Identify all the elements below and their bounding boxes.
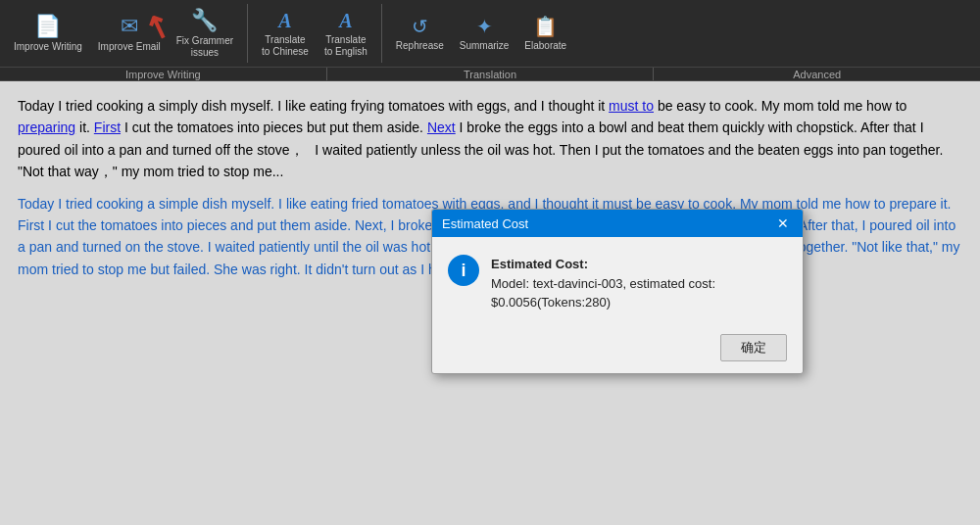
translate-english-label: Translateto English [324, 34, 368, 58]
translate-english-button[interactable]: A Translateto English [318, 6, 373, 62]
improve-email-label: Improve Email [98, 41, 161, 53]
toolbar-top: 📄 Improve Writing ✉ Improve Email 🔧 Fix … [0, 0, 980, 67]
dialog-overlay: Estimated Cost ✕ i Estimated Cost: Model… [0, 81, 980, 525]
toolbar: 📄 Improve Writing ✉ Improve Email 🔧 Fix … [0, 0, 980, 81]
translate-chinese-button[interactable]: A Translateto Chinese [256, 6, 315, 62]
improve-writing-section-label: Improve Writing [0, 68, 327, 80]
dialog-info-icon: i [448, 255, 479, 286]
elaborate-button[interactable]: 📋 Elaborate [518, 11, 572, 56]
translate-english-icon: A [339, 10, 352, 32]
dialog-body-detail: Model: text-davinci-003, estimated cost:… [491, 274, 787, 312]
rephrase-button[interactable]: ↺ Rephrease [390, 11, 450, 56]
improve-writing-label: Improve Writing [14, 41, 82, 53]
dialog-ok-button[interactable]: 确定 [720, 334, 787, 361]
translation-section-label: Translation [327, 68, 655, 80]
dialog-footer: 确定 [432, 326, 803, 373]
main-content: Today I tried cooking a simply dish myse… [0, 81, 980, 525]
advanced-group: ↺ Rephrease ✦ Summarize 📋 Elaborate [382, 4, 580, 63]
dialog-titlebar: Estimated Cost ✕ [432, 210, 803, 237]
translation-group: A Translateto Chinese A Translateto Engl… [248, 4, 382, 63]
elaborate-icon: 📋 [533, 15, 558, 38]
dialog-body-label: Estimated Cost: [491, 255, 787, 274]
toolbar-bottom: Improve Writing Translation Advanced [0, 67, 980, 80]
fix-grammar-button[interactable]: 🔧 Fix Grammerissues [171, 4, 239, 63]
advanced-section-label: Advanced [654, 68, 980, 80]
translate-chinese-label: Translateto Chinese [262, 34, 309, 58]
elaborate-label: Elaborate [524, 40, 566, 52]
summarize-label: Summarize [460, 40, 510, 52]
fix-grammar-label: Fix Grammerissues [176, 35, 233, 59]
improve-email-button[interactable]: ✉ Improve Email [92, 10, 167, 57]
translate-chinese-icon: A [278, 10, 291, 32]
estimated-cost-dialog: Estimated Cost ✕ i Estimated Cost: Model… [431, 209, 804, 374]
summarize-icon: ✦ [476, 15, 493, 38]
dialog-title: Estimated Cost [442, 216, 528, 231]
improve-writing-button[interactable]: 📄 Improve Writing [8, 10, 88, 57]
summarize-button[interactable]: ✦ Summarize [454, 11, 515, 56]
rephrase-label: Rephrease [396, 40, 444, 52]
fix-grammar-icon: 🔧 [191, 8, 218, 33]
dialog-body: i Estimated Cost: Model: text-davinci-00… [432, 237, 803, 326]
improve-writing-icon: 📄 [34, 14, 61, 39]
dialog-close-button[interactable]: ✕ [773, 215, 793, 231]
dialog-body-text: Estimated Cost: Model: text-davinci-003,… [491, 255, 787, 312]
rephrase-icon: ↺ [412, 15, 428, 38]
improve-writing-group: 📄 Improve Writing ✉ Improve Email 🔧 Fix … [0, 4, 248, 63]
improve-email-icon: ✉ [121, 14, 138, 39]
